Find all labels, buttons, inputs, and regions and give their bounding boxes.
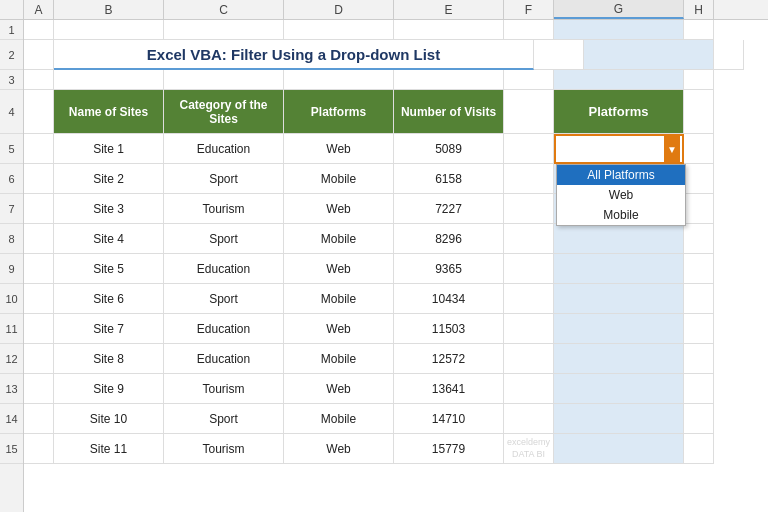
cell-6f: [504, 164, 554, 194]
cell-1b: [54, 20, 164, 40]
cell-10b: Site 6: [54, 284, 164, 314]
cell-9g: [554, 254, 684, 284]
row-num-12: 12: [0, 344, 23, 374]
cell-2a: [24, 40, 54, 70]
row-num-9: 9: [0, 254, 23, 284]
cell-11e: 11503: [394, 314, 504, 344]
dropdown-arrow-icon[interactable]: ▼: [664, 136, 680, 162]
cell-9h: [684, 254, 714, 284]
cell-5a: [24, 134, 54, 164]
col-header-g: G: [554, 0, 684, 19]
cell-5d: Web: [284, 134, 394, 164]
cell-6b: Site 2: [54, 164, 164, 194]
cell-4f: [504, 90, 554, 134]
grid-row-3: [24, 70, 768, 90]
cell-14f: [504, 404, 554, 434]
cell-1a: [24, 20, 54, 40]
cell-9d: Web: [284, 254, 394, 284]
cell-14h: [684, 404, 714, 434]
cell-10h: [684, 284, 714, 314]
dropdown-inner[interactable]: ▼: [556, 136, 682, 162]
cell-2f: [534, 40, 584, 70]
cell-4a: [24, 90, 54, 134]
row-num-5: 5: [0, 134, 23, 164]
platforms-filter-header: Platforms: [554, 90, 684, 134]
cell-13d: Web: [284, 374, 394, 404]
row-num-1: 1: [0, 20, 23, 40]
cell-7e: 7227: [394, 194, 504, 224]
cell-8c: Sport: [164, 224, 284, 254]
grid-row-9: Site 5 Education Web 9365: [24, 254, 768, 284]
spreadsheet-body: 1 2 3 4 5 6 7 8 9 10 11 12 13 14 15: [0, 20, 768, 512]
row-num-8: 8: [0, 224, 23, 254]
cell-3f: [504, 70, 554, 90]
cell-3a: [24, 70, 54, 90]
cell-1g: [554, 20, 684, 40]
cell-15e: 15779: [394, 434, 504, 464]
cell-14c: Sport: [164, 404, 284, 434]
cell-14d: Mobile: [284, 404, 394, 434]
dropdown-option-web[interactable]: Web: [557, 185, 685, 205]
cell-15f: exceldemyDATA BI: [504, 434, 554, 464]
cell-8h: [684, 224, 714, 254]
spreadsheet: A B C D E F G H 1 2 3 4 5 6 7 8 9 10 11 …: [0, 0, 768, 512]
dropdown-cell[interactable]: ▼ All Platforms Web Mobile: [554, 134, 684, 164]
row-num-15: 15: [0, 434, 23, 464]
cell-10c: Sport: [164, 284, 284, 314]
cell-10g: [554, 284, 684, 314]
dropdown-option-all[interactable]: All Platforms: [557, 165, 685, 185]
cell-7c: Tourism: [164, 194, 284, 224]
col-header-d: D: [284, 0, 394, 19]
corner-cell: [0, 0, 24, 19]
cell-8g: [554, 224, 684, 254]
col-header-a: A: [24, 0, 54, 19]
cell-12a: [24, 344, 54, 374]
cell-11h: [684, 314, 714, 344]
cell-15c: Tourism: [164, 434, 284, 464]
row-num-13: 13: [0, 374, 23, 404]
row-num-3: 3: [0, 70, 23, 90]
cell-3d: [284, 70, 394, 90]
cell-12f: [504, 344, 554, 374]
cell-6h: [684, 164, 714, 194]
col-header-name-of-sites: Name of Sites: [54, 90, 164, 134]
grid-row-5: Site 1 Education Web 5089 ▼ All Platform…: [24, 134, 768, 164]
cell-10d: Mobile: [284, 284, 394, 314]
cell-5c: Education: [164, 134, 284, 164]
col-header-c: C: [164, 0, 284, 19]
cell-6e: 6158: [394, 164, 504, 194]
col-header-e: E: [394, 0, 504, 19]
col-header-row: A B C D E F G H: [0, 0, 768, 20]
cell-8d: Mobile: [284, 224, 394, 254]
grid-row-2: Excel VBA: Filter Using a Drop-down List: [24, 40, 768, 70]
col-header-platforms: Platforms: [284, 90, 394, 134]
col-header-visits: Number of Visits: [394, 90, 504, 134]
dropdown-option-mobile[interactable]: Mobile: [557, 205, 685, 225]
grid-row-8: Site 4 Sport Mobile 8296: [24, 224, 768, 254]
row-num-4: 4: [0, 90, 23, 134]
cell-7h: [684, 194, 714, 224]
cell-8a: [24, 224, 54, 254]
cell-5e: 5089: [394, 134, 504, 164]
cell-12g: [554, 344, 684, 374]
cell-7b: Site 3: [54, 194, 164, 224]
cell-6a: [24, 164, 54, 194]
cell-1e: [394, 20, 504, 40]
cell-7d: Web: [284, 194, 394, 224]
row-num-7: 7: [0, 194, 23, 224]
cell-12b: Site 8: [54, 344, 164, 374]
dropdown-list[interactable]: All Platforms Web Mobile: [556, 164, 686, 226]
cell-9f: [504, 254, 554, 284]
cell-10e: 10434: [394, 284, 504, 314]
cell-12c: Education: [164, 344, 284, 374]
cell-4h: [684, 90, 714, 134]
cell-3h: [684, 70, 714, 90]
cell-11c: Education: [164, 314, 284, 344]
cell-14a: [24, 404, 54, 434]
cell-8f: [504, 224, 554, 254]
cell-8e: 8296: [394, 224, 504, 254]
col-header-h: H: [684, 0, 714, 19]
grid-row-12: Site 8 Education Mobile 12572: [24, 344, 768, 374]
cell-11a: [24, 314, 54, 344]
cell-5f: [504, 134, 554, 164]
